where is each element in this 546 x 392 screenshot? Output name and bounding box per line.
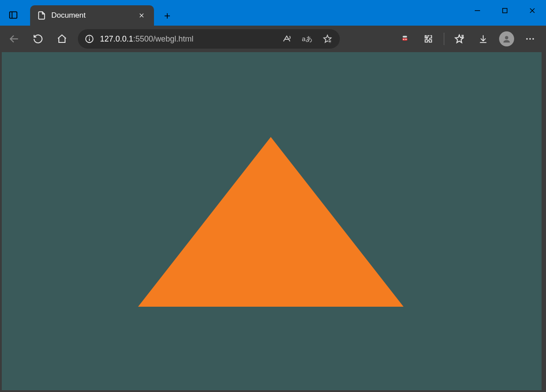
toolbar-right (393, 28, 543, 49)
star-list-icon (454, 34, 465, 44)
read-aloud-button[interactable] (279, 31, 295, 47)
tab-actions-icon (8, 10, 18, 20)
extension-button[interactable] (393, 28, 416, 49)
svg-rect-0 (10, 12, 17, 19)
star-plus-icon (323, 34, 332, 44)
tab-actions-button[interactable] (4, 6, 22, 24)
minimize-icon (474, 8, 481, 14)
window-minimize-button[interactable] (464, 0, 491, 21)
svg-point-13 (89, 37, 90, 38)
profile-button[interactable] (499, 31, 514, 46)
robot-icon (400, 34, 410, 44)
site-info-button[interactable] (84, 34, 95, 44)
tab-close-button[interactable] (135, 9, 148, 22)
browser-tab-active[interactable]: Document (30, 5, 154, 26)
url-host: 127.0.0.1 (100, 34, 133, 43)
svg-rect-20 (402, 38, 408, 41)
downloads-button[interactable] (472, 28, 495, 49)
puzzle-icon (424, 34, 434, 44)
svg-point-33 (532, 38, 534, 40)
plus-icon (163, 12, 171, 20)
info-icon (85, 34, 94, 44)
svg-marker-24 (455, 35, 463, 43)
add-favorite-button[interactable] (319, 31, 335, 47)
svg-point-32 (529, 38, 531, 40)
window-maximize-button[interactable] (491, 0, 519, 21)
svg-point-30 (505, 36, 508, 39)
vertical-scrollbar[interactable] (542, 52, 546, 390)
address-bar[interactable]: 127.0.0.1:5500/webgl.html aあ (78, 29, 340, 49)
read-aloud-icon (282, 34, 292, 44)
ellipsis-icon (525, 34, 535, 44)
svg-rect-7 (503, 8, 507, 13)
content-area-wrap (0, 52, 546, 392)
arrow-left-icon (8, 33, 20, 45)
url-text[interactable]: 127.0.0.1:5500/webgl.html (100, 34, 273, 44)
svg-point-22 (405, 39, 407, 40)
address-bar-actions: aあ (279, 31, 335, 47)
close-icon (138, 12, 145, 19)
close-icon (529, 8, 535, 14)
person-icon (502, 34, 511, 44)
home-icon (57, 34, 67, 44)
maximize-icon (502, 8, 508, 14)
favorites-button[interactable] (448, 28, 471, 49)
refresh-icon (33, 34, 43, 44)
more-menu-button[interactable] (519, 28, 542, 49)
download-icon (478, 34, 488, 44)
nav-home-button[interactable] (50, 28, 73, 49)
window-close-button[interactable] (519, 0, 546, 21)
nav-refresh-button[interactable] (27, 28, 50, 49)
page-canvas (2, 52, 542, 390)
browser-titlebar: Document (0, 0, 546, 26)
new-tab-button[interactable] (158, 7, 176, 25)
svg-point-21 (403, 39, 404, 40)
translate-button[interactable]: aあ (299, 31, 315, 47)
tab-strip: Document (0, 0, 176, 26)
document-icon (37, 11, 46, 20)
window-controls (464, 0, 546, 21)
translate-icon: aあ (302, 35, 312, 43)
browser-toolbar: 127.0.0.1:5500/webgl.html aあ (0, 26, 546, 52)
tab-title: Document (51, 11, 130, 20)
svg-point-31 (526, 38, 528, 40)
url-rest: :5500/webgl.html (133, 34, 193, 43)
extensions-menu-button[interactable] (417, 28, 440, 49)
orange-triangle (138, 137, 404, 307)
toolbar-divider (444, 33, 444, 45)
svg-rect-23 (403, 36, 407, 38)
nav-back-button[interactable] (3, 28, 26, 49)
